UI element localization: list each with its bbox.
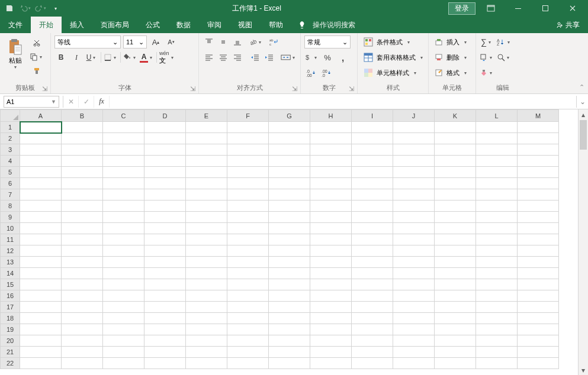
align-bottom-icon[interactable] [231,35,244,49]
cell[interactable] [227,245,269,257]
row-header[interactable]: 4 [1,156,20,167]
cell[interactable] [518,245,559,257]
cell[interactable] [186,223,227,234]
cell[interactable] [144,358,186,369]
cell[interactable] [227,156,269,167]
row-header[interactable]: 22 [1,358,20,369]
cell[interactable] [103,223,144,234]
cell[interactable] [518,234,559,245]
cell[interactable] [393,189,435,201]
cell[interactable] [310,201,352,212]
column-header[interactable]: D [144,110,186,122]
cell[interactable] [435,223,476,234]
cell[interactable] [144,290,186,302]
cell[interactable] [186,257,227,268]
cell[interactable] [310,313,352,324]
cell[interactable] [186,122,227,133]
cell[interactable] [310,156,352,167]
cell[interactable] [227,313,269,324]
cell[interactable] [476,347,518,358]
cell[interactable] [20,201,62,212]
cell[interactable] [435,279,476,290]
tab-insert[interactable]: 插入 [62,17,92,33]
cell[interactable] [103,302,144,313]
cell[interactable] [186,279,227,290]
cell[interactable] [20,212,62,223]
cell[interactable] [518,144,559,156]
cell[interactable] [144,268,186,279]
cell[interactable] [20,324,62,335]
cell[interactable] [476,189,518,201]
cell[interactable] [435,144,476,156]
cell[interactable] [62,302,103,313]
cell[interactable] [144,133,186,144]
conditional-formatting-button[interactable]: 条件格式▾ [361,35,425,49]
cell[interactable] [144,167,186,178]
cell[interactable] [103,313,144,324]
cell[interactable] [269,279,310,290]
cell[interactable] [103,324,144,335]
cell[interactable] [435,245,476,257]
cell[interactable] [144,324,186,335]
cell[interactable] [62,279,103,290]
cell[interactable] [144,279,186,290]
border-button[interactable]: ▾ [104,51,118,64]
row-header[interactable]: 18 [1,313,20,324]
cell[interactable] [144,156,186,167]
format-cells-button[interactable]: 格式▾ [432,66,469,79]
cell[interactable] [186,245,227,257]
align-left-icon[interactable] [203,51,216,64]
cell[interactable] [227,122,269,133]
cell[interactable] [227,257,269,268]
cell[interactable] [186,347,227,358]
cell[interactable] [310,144,352,156]
accounting-format-icon[interactable]: $▾ [304,51,319,64]
cell[interactable] [435,122,476,133]
cell[interactable] [62,290,103,302]
cell[interactable] [435,302,476,313]
cell-styles-button[interactable]: 单元格样式▾ [361,66,425,79]
row-header[interactable]: 20 [1,335,20,347]
cell[interactable] [476,268,518,279]
cell[interactable] [20,178,62,189]
find-select-icon[interactable]: ▾ [496,51,512,64]
cell[interactable] [20,122,62,133]
cell[interactable] [103,167,144,178]
cell[interactable] [103,189,144,201]
column-header[interactable]: M [518,110,559,122]
cell[interactable] [144,335,186,347]
cell[interactable] [227,279,269,290]
cell[interactable] [352,257,393,268]
cell[interactable] [269,313,310,324]
cell[interactable] [310,223,352,234]
align-top-icon[interactable] [203,35,216,49]
column-header[interactable]: I [352,110,393,122]
enter-formula-icon[interactable]: ✓ [79,96,94,108]
column-header[interactable]: J [393,110,435,122]
cell[interactable] [62,347,103,358]
format-painter-icon[interactable] [30,65,44,77]
cell[interactable] [393,245,435,257]
minimize-icon[interactable] [506,0,530,17]
undo-icon[interactable]: ▾ [18,1,32,15]
cell[interactable] [393,302,435,313]
copy-icon[interactable]: ▾ [30,51,44,63]
cell[interactable] [103,335,144,347]
cell[interactable] [518,268,559,279]
select-all-corner[interactable] [1,110,20,122]
cell[interactable] [393,279,435,290]
decrease-font-icon[interactable]: A▾ [165,35,178,49]
insert-function-icon[interactable]: fx [94,96,110,108]
cell[interactable] [62,167,103,178]
cell[interactable] [186,358,227,369]
tab-data[interactable]: 数据 [168,17,199,33]
tab-page-layout[interactable]: 页面布局 [92,17,137,33]
cell[interactable] [269,156,310,167]
row-header[interactable]: 13 [1,257,20,268]
cell[interactable] [186,212,227,223]
cell[interactable] [518,223,559,234]
align-middle-icon[interactable] [217,35,230,49]
cell[interactable] [393,167,435,178]
paste-button[interactable]: 粘贴 ▾ [4,35,27,83]
row-header[interactable]: 3 [1,144,20,156]
